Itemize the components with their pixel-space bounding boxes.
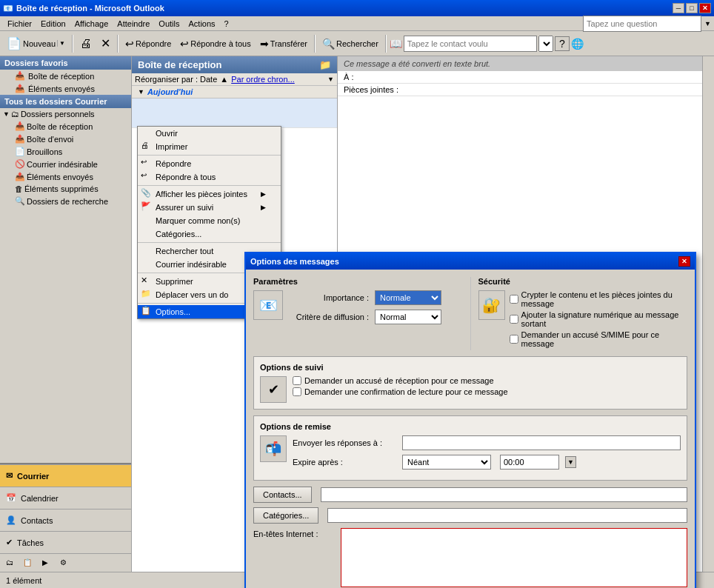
- expire-time-dropdown[interactable]: ▼: [565, 456, 576, 468]
- remise-fields: Envoyer les réponses à : Expire après : …: [293, 435, 681, 474]
- parametres-fields: Importance : Normale Critère de diffusio…: [287, 290, 441, 329]
- suivi-checkbox-2-row: Demander une confirmation de lecture pou…: [293, 387, 508, 396]
- securite-title: Sécurité: [478, 277, 688, 286]
- securite-checkbox-1[interactable]: [510, 295, 518, 304]
- expire-row: Expire après : Néant ▼: [293, 455, 681, 470]
- suivi-section: Options de suivi ✔ Demander un accusé de…: [253, 356, 687, 410]
- modal-title-text: Options des messages: [250, 257, 678, 266]
- securite-checkbox-2-label: Ajouter la signature numérique au messag…: [521, 310, 687, 328]
- parametres-title: Paramètres: [253, 277, 463, 286]
- categories-button[interactable]: Catégories...: [253, 507, 318, 524]
- remise-icon: 📬: [260, 435, 287, 462]
- critere-row: Critère de diffusion : Normal: [287, 310, 441, 324]
- modal-securite-col: Sécurité 🔐 Crypter le contenu et les piè…: [470, 277, 688, 350]
- securite-checkbox-2[interactable]: [510, 315, 518, 324]
- securite-checkbox-1-label: Crypter le contenu et les pièces jointes…: [521, 290, 687, 308]
- envoyer-label: Envoyer les réponses à :: [293, 438, 396, 447]
- securite-checkbox-1-row: Crypter le contenu et les pièces jointes…: [510, 290, 687, 308]
- options-dialog: Options des messages ✕ Paramètres 📧 Impo…: [244, 252, 696, 588]
- securite-checkbox-3[interactable]: [510, 335, 518, 344]
- importance-label: Importance :: [287, 293, 369, 302]
- modal-body: Paramètres 📧 Importance : Normale: [246, 270, 695, 588]
- categories-row: Catégories...: [253, 507, 687, 524]
- contacts-button[interactable]: Contacts...: [253, 487, 312, 503]
- suivi-checkbox-1-label: Demander un accusé de réception pour ce …: [304, 376, 494, 385]
- expire-label: Expire après :: [293, 458, 396, 467]
- contacts-row: Contacts...: [253, 487, 687, 503]
- importance-row: Importance : Normale: [287, 290, 441, 305]
- modal-parametres-col: Paramètres 📧 Importance : Normale: [253, 277, 463, 350]
- envoyer-row: Envoyer les réponses à :: [293, 435, 681, 450]
- critere-select[interactable]: Normal: [375, 310, 441, 324]
- securite-checkbox-3-label: Demander un accusé S/MIME pour ce messag…: [521, 330, 687, 348]
- securite-icon: 🔐: [478, 290, 505, 320]
- suivi-title: Options de suivi: [260, 363, 681, 372]
- remise-section: Options de remise 📬 Envoyer les réponses…: [253, 415, 687, 481]
- entetes-row: En-têtes Internet :: [253, 528, 687, 587]
- modal-close-button[interactable]: ✕: [678, 256, 690, 267]
- contacts-input[interactable]: [321, 487, 687, 502]
- suivi-checkbox-2[interactable]: [293, 387, 301, 396]
- suivi-checkbox-1-row: Demander un accusé de réception pour ce …: [293, 376, 508, 385]
- expire-select[interactable]: Néant: [402, 455, 491, 470]
- securite-checkbox-3-row: Demander un accusé S/MIME pour ce messag…: [510, 330, 687, 348]
- securite-checkbox-2-row: Ajouter la signature numérique au messag…: [510, 310, 687, 328]
- entetes-textarea[interactable]: [341, 528, 687, 587]
- remise-title: Options de remise: [260, 422, 681, 431]
- modal-overlay: Options des messages ✕ Paramètres 📧 Impo…: [0, 0, 714, 588]
- modal-top-section: Paramètres 📧 Importance : Normale: [253, 277, 687, 350]
- expire-time-input[interactable]: [500, 455, 559, 470]
- importance-select[interactable]: Normale: [375, 290, 441, 305]
- entetes-label: En-têtes Internet :: [253, 528, 335, 538]
- suivi-checkbox-2-label: Demander une confirmation de lecture pou…: [304, 387, 508, 396]
- importance-icon: 📧: [253, 290, 283, 320]
- envoyer-input[interactable]: [402, 435, 681, 450]
- suivi-checkboxes: Demander un accusé de réception pour ce …: [293, 376, 508, 398]
- categories-input[interactable]: [327, 508, 687, 523]
- critere-label: Critère de diffusion :: [287, 313, 369, 321]
- modal-title-bar: Options des messages ✕: [246, 253, 695, 270]
- suivi-icon: ✔: [260, 376, 287, 403]
- securite-checkboxes: Crypter le contenu et les pièces jointes…: [510, 290, 687, 350]
- suivi-checkbox-1[interactable]: [293, 376, 301, 385]
